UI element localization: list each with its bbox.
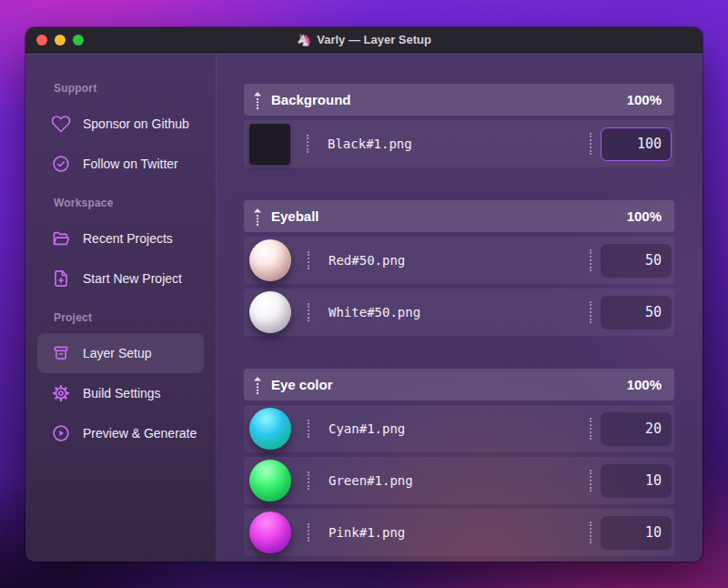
sidebar-item-recent-projects[interactable]: Recent Projects [37,218,204,259]
sidebar-item-label: Follow on Twitter [83,157,178,171]
sidebar-item-start-new-project[interactable]: Start New Project [37,259,204,299]
layer-filename: Cyan#1.png [329,421,405,436]
drag-grip-icon [590,418,592,440]
app-unicorn-icon: 🦄 [297,33,311,46]
group-weight: 100% [627,92,662,107]
window-title-text: Varly — Layer Setup [317,33,431,46]
close-button[interactable] [36,35,47,46]
drag-grip-icon [590,133,592,155]
drag-grip-icon [308,420,309,438]
sidebar-item-build-settings[interactable]: Build Settings [37,373,204,413]
layer-thumbnail [249,124,290,165]
group-name: Eye color [271,377,333,392]
group-name: Eyeball [271,208,319,224]
sidebar-item-sponsor-github[interactable]: Sponsor on Github [37,104,204,144]
layer-thumbnail [249,291,291,333]
drag-handle-icon[interactable] [253,208,262,226]
sidebar-item-label: Build Settings [83,386,161,400]
file-plus-icon [51,269,71,289]
drag-grip-icon [308,251,309,269]
layer-weight-input[interactable] [601,464,672,498]
sidebar-item-follow-twitter[interactable]: Follow on Twitter [37,144,204,184]
layer-row[interactable]: Cyan#1.png [244,405,674,452]
layer-weight-input[interactable] [601,412,672,446]
sidebar-item-label: Start New Project [83,271,182,286]
layer-group-eyeball: Eyeball 100% Red#50.png White [244,200,674,336]
layer-filename: Pink#1.png [329,525,405,540]
traffic-lights [36,35,84,46]
app-window: 🦄 Varly — Layer Setup Support Sponsor on… [25,27,703,562]
titlebar[interactable]: 🦄 Varly — Layer Setup [25,27,703,53]
drag-handle-icon[interactable] [253,91,262,109]
layer-thumbnail [249,239,291,281]
sidebar-item-label: Layer Setup [83,346,152,360]
verified-badge-icon [51,154,71,174]
layer-row[interactable]: White#50.png [244,289,674,336]
heart-icon [51,114,71,134]
drag-grip-icon [308,471,309,490]
gear-icon [51,383,71,403]
layer-filename: White#50.png [329,305,420,319]
folder-open-icon [51,228,71,248]
layer-row[interactable]: Green#1.png [244,457,674,504]
sidebar-section-project: Project [37,311,204,324]
layer-weight-input[interactable] [601,127,672,161]
window-body: Support Sponsor on Github Follow on Twit… [25,53,703,562]
desktop-wallpaper: 🦄 Varly — Layer Setup Support Sponsor on… [0,0,728,588]
layer-thumbnail [249,408,291,450]
layer-thumbnail [249,512,291,553]
sidebar-section-support: Support [37,82,204,95]
layer-filename: Green#1.png [329,473,413,488]
layer-list: Background 100% Black#1.png [217,53,703,562]
layer-box-icon [51,343,71,363]
group-weight: 100% [627,377,662,392]
minimize-button[interactable] [55,35,66,46]
layer-filename: Red#50.png [329,253,405,268]
layer-group-background: Background 100% Black#1.png [244,84,674,167]
sidebar: Support Sponsor on Github Follow on Twit… [25,53,217,562]
layer-group-header[interactable]: Eye color 100% [244,369,674,400]
layer-thumbnail [249,460,291,502]
drag-handle-icon[interactable] [253,376,262,394]
sidebar-item-preview-generate[interactable]: Preview & Generate [37,413,204,453]
layer-row[interactable]: Black#1.png [244,120,674,167]
group-name: Background [271,92,351,107]
window-title: 🦄 Varly — Layer Setup [297,33,431,46]
sidebar-item-label: Preview & Generate [83,426,197,441]
sidebar-item-layer-setup[interactable]: Layer Setup [37,333,204,373]
sidebar-item-label: Recent Projects [83,231,173,246]
layer-weight-input[interactable] [601,296,672,329]
layer-weight-input[interactable] [601,244,672,278]
drag-grip-icon [308,523,309,542]
layer-row[interactable]: Pink#1.png [244,509,674,556]
layer-group-header[interactable]: Eyeball 100% [244,200,674,232]
layer-row[interactable]: Red#50.png [244,237,674,284]
drag-grip-icon [590,470,592,492]
layer-group-eye-color: Eye color 100% Cyan#1.png Gre [244,369,674,556]
layer-filename: Black#1.png [328,137,412,151]
drag-grip-icon [307,135,308,153]
layer-group-header[interactable]: Background 100% [244,84,674,116]
drag-grip-icon [308,303,309,321]
drag-grip-icon [590,249,592,271]
sidebar-section-workspace: Workspace [37,197,204,209]
sidebar-item-label: Sponsor on Github [83,117,189,131]
group-weight: 100% [627,208,662,224]
play-circle-icon [51,423,71,443]
drag-grip-icon [590,301,592,323]
zoom-button[interactable] [73,35,84,46]
drag-grip-icon [590,522,592,543]
layer-weight-input[interactable] [601,516,672,550]
